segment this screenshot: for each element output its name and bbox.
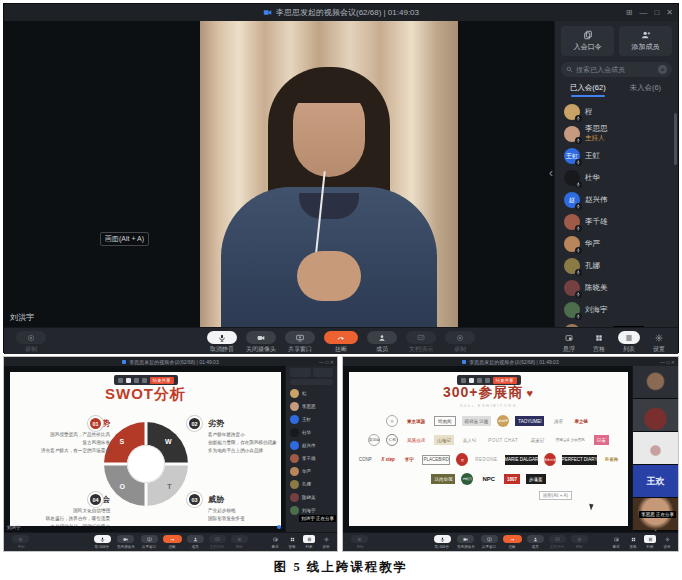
toolbar-person-button[interactable]: 成员 — [527, 535, 544, 549]
swot-ring-diagram: S W O T — [104, 422, 188, 506]
toolbar-screen-button[interactable]: 共享窗口 — [285, 331, 315, 354]
toolbar-grid4-button[interactable]: 宫格 — [627, 535, 639, 549]
member-row[interactable]: 陈晓美 — [564, 277, 678, 299]
close-icon[interactable]: ✕ — [666, 8, 673, 17]
toolbar-button-label: 文档演示 — [210, 544, 224, 549]
member-row[interactable]: 程 — [290, 387, 337, 400]
toolbar-screen-button[interactable]: 共享窗口 — [141, 535, 158, 549]
toolbar-board-button[interactable]: 文档演示 — [549, 535, 566, 549]
end-share-button[interactable]: 结束共享 — [150, 377, 174, 384]
toolbar-button-label: 录制 — [356, 544, 363, 549]
share-tool-icon[interactable] — [134, 378, 139, 383]
toolbar-grid4-button[interactable]: 宫格 — [588, 331, 610, 354]
toolbar-grid2-button[interactable]: 悬浮 — [558, 331, 580, 354]
member-row[interactable]: 赵兴伟 — [290, 439, 337, 452]
toolbar-record-button[interactable]: 录制 — [231, 535, 248, 549]
collapse-sidebar-chevron-icon[interactable]: ‹ — [549, 167, 553, 179]
screen-icon — [141, 535, 158, 543]
share-tool-icon[interactable] — [126, 378, 131, 383]
strengths-line: 潜在客户群大，有一定的市场需求 — [12, 447, 110, 455]
tab-not-joined[interactable]: 未入会(6) — [617, 80, 675, 97]
toolbar-grid4-button[interactable]: 宫格 — [286, 535, 298, 549]
member-name-block: 程 — [585, 108, 593, 117]
window-controls[interactable]: — □ ✕ — [660, 357, 675, 366]
toolbar-record-button[interactable]: 录制 — [12, 535, 29, 549]
swot-slide-title: SWOT分析 — [10, 385, 281, 404]
toolbar-camera-button[interactable]: 关闭摄像头 — [456, 535, 476, 549]
toolbar-button-label: 取消静音 — [95, 544, 109, 549]
add-member-button[interactable]: 添加成员 — [619, 26, 672, 56]
member-row[interactable]: 华严 — [564, 233, 678, 255]
toolbar-list-button[interactable]: 列表 — [644, 535, 656, 549]
toolbar-phone-button[interactable]: 挂断 — [163, 535, 182, 549]
share-tool-icon[interactable] — [485, 378, 490, 383]
member-row[interactable]: 王虹 — [290, 413, 337, 426]
share-tool-icon[interactable] — [469, 378, 474, 383]
member-row[interactable]: 刘海宇 — [564, 299, 678, 321]
member-row[interactable]: 李千雄 — [564, 211, 678, 233]
member-row[interactable]: 程 — [564, 101, 678, 123]
member-row[interactable]: 李思思主持人 — [564, 123, 678, 145]
toolbar-camera-button[interactable]: 关闭摄像头 — [116, 535, 136, 549]
search-input[interactable] — [290, 379, 333, 385]
member-row[interactable]: 杜华 — [564, 167, 678, 189]
toolbar-person-button[interactable]: 成员 — [187, 535, 204, 549]
toolbar-person-button[interactable]: 成员 — [367, 331, 397, 354]
member-row[interactable]: 王虹王虹 — [564, 145, 678, 167]
toolbar-gear-button[interactable]: 设置 — [320, 535, 332, 549]
member-row[interactable]: 华严 — [290, 465, 337, 478]
participant-thumbnail[interactable] — [633, 399, 678, 432]
meeting-code-button[interactable]: 入会口令 — [561, 26, 614, 56]
toolbar-button-label: 列表 — [623, 345, 635, 354]
toolbar-mic-button[interactable]: 取消静音 — [207, 331, 237, 354]
search-clear-icon[interactable]: ✕ — [658, 65, 667, 74]
board-icon — [209, 535, 226, 543]
toolbar-phone-button[interactable]: 挂断 — [503, 535, 522, 549]
share-tool-icon[interactable] — [461, 378, 466, 383]
toolbar-record-button[interactable]: 录制 — [351, 535, 368, 549]
meeting-code-button[interactable] — [290, 368, 311, 377]
sidebar-scrollbar[interactable] — [674, 113, 677, 165]
maximize-icon[interactable]: □ — [654, 8, 659, 17]
toolbar-mic-button[interactable]: 取消静音 — [434, 535, 451, 549]
collapse-strip-chevron-icon[interactable]: ⌄ — [653, 525, 658, 532]
main-body: 画图(Alt + A) 刘洪宇 ‹ 入会口令 添加成员 — [4, 21, 678, 327]
toolbar-screen-button[interactable]: 共享窗口 — [481, 535, 498, 549]
participant-thumbnail[interactable] — [633, 432, 678, 465]
share-tool-icon[interactable] — [118, 378, 123, 383]
toolbar-grid2-button[interactable]: 悬浮 — [610, 535, 622, 549]
tab-joined[interactable]: 已入会(62) — [559, 80, 617, 97]
member-row[interactable]: 孔娜 — [564, 255, 678, 277]
member-row[interactable]: 赵赵兴伟 — [564, 189, 678, 211]
participant-thumbnail[interactable] — [633, 366, 678, 399]
member-row[interactable]: 孔娜 — [290, 478, 337, 491]
toolbar-record-button[interactable]: 录制 — [571, 535, 588, 549]
member-row[interactable]: 陈晓美 — [290, 491, 337, 504]
avatar: 赵 — [564, 192, 580, 208]
layout-icon[interactable]: ⊞ — [626, 8, 633, 17]
toolbar-board-button[interactable]: 文档演示 — [209, 535, 226, 549]
toolbar-phone-button[interactable]: 挂断 — [324, 331, 358, 354]
toolbar-board-button[interactable]: 文档演示 — [406, 331, 436, 354]
participant-thumbnail[interactable]: 王欢 — [633, 465, 678, 498]
toolbar-record-button[interactable]: 录制 — [16, 331, 46, 354]
member-row[interactable]: 李思思 — [290, 400, 337, 413]
swot-toolbar: 录制 取消静音关闭摄像头共享窗口挂断成员文档演示录制 悬浮宫格列表设置 — [4, 532, 337, 551]
member-row[interactable]: 杜华 — [290, 426, 337, 439]
toolbar-mic-button[interactable]: 取消静音 — [94, 535, 111, 549]
minimize-icon[interactable]: — — [639, 8, 647, 17]
window-controls[interactable]: — □ ✕ — [319, 357, 334, 366]
toolbar-camera-button[interactable]: 关闭摄像头 — [246, 331, 276, 354]
end-share-button[interactable]: 结束共享 — [493, 377, 517, 384]
toolbar-list-button[interactable]: 列表 — [303, 535, 315, 549]
toolbar-list-button[interactable]: 列表 — [618, 331, 640, 354]
member-row[interactable]: 李千雄 — [290, 452, 337, 465]
share-tool-icon[interactable] — [142, 378, 147, 383]
toolbar-grid2-button[interactable]: 悬浮 — [269, 535, 281, 549]
toolbar-gear-button[interactable]: 设置 — [661, 535, 673, 549]
toolbar-record-button[interactable]: 录制 — [445, 331, 475, 354]
share-tool-icon[interactable] — [477, 378, 482, 383]
add-member-button[interactable] — [313, 368, 334, 377]
search-input[interactable]: 搜索已入会成员 ✕ — [561, 62, 672, 77]
toolbar-gear-button[interactable]: 设置 — [648, 331, 670, 354]
